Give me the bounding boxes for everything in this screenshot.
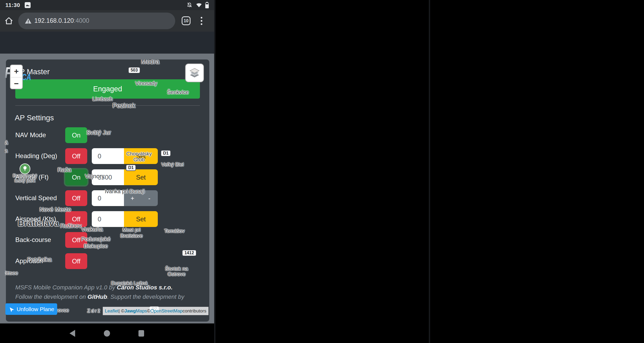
park-marker-icon xyxy=(20,163,30,174)
status-time: 11:30 xyxy=(5,2,20,8)
battery-icon xyxy=(205,2,209,8)
url-text: 192.168.0.120:4000 xyxy=(34,17,89,24)
map-label: Vrakuňa xyxy=(81,226,103,233)
map-label: Podunajské xyxy=(81,236,111,242)
map-label: Biskupice xyxy=(84,243,108,249)
nav-mode-toggle[interactable]: On xyxy=(65,127,87,143)
map-label: Most pri xyxy=(122,227,141,233)
map-label: Ružinov xyxy=(60,222,81,229)
map-label: Ostrove xyxy=(168,271,186,277)
airspeed-set-button[interactable]: Set xyxy=(124,211,158,227)
heading-label: Heading (Deg) xyxy=(15,152,57,160)
road-badge: D1 xyxy=(161,150,171,156)
altitude-set-button[interactable]: Set xyxy=(124,169,158,185)
map-label: Bratislave xyxy=(120,233,142,239)
map-label: Veľký Biel xyxy=(161,162,184,167)
android-back-button[interactable] xyxy=(69,330,75,337)
map-label: Štvrtok na xyxy=(165,266,188,272)
screen-ap: 11:30 xyxy=(0,0,215,343)
map-label: Šenkvice xyxy=(167,89,189,95)
map-label: Pezinok xyxy=(112,102,135,109)
approach-toggle[interactable]: Off xyxy=(65,253,87,269)
unfollow-plane-button[interactable]: Unfollow Plane xyxy=(5,303,57,315)
navigation-icon xyxy=(8,306,14,312)
map-label: Tomášov xyxy=(164,228,185,234)
nav-mode-label: NAV Mode xyxy=(15,131,46,139)
github-link[interactable]: GitHub xyxy=(87,293,107,300)
layers-icon xyxy=(188,67,201,79)
map-label: Bratislava xyxy=(18,218,59,228)
app-header: FS MCA Map NAV NAV Direct AP xyxy=(0,32,215,54)
map-label: Svätý Jur xyxy=(86,129,111,136)
map-label: Grob xyxy=(133,157,145,163)
android-nav-bar xyxy=(0,323,215,343)
map-label: Modra xyxy=(141,59,159,65)
map-label: Dunajská Lužná xyxy=(111,280,148,286)
map-label: Nové Mesto xyxy=(39,206,71,213)
android-recents-button[interactable] xyxy=(138,330,144,337)
map-label: á xyxy=(5,140,8,146)
tab-counter[interactable]: 10 xyxy=(182,16,191,25)
heading-input[interactable] xyxy=(92,148,124,164)
map-label: Limbach xyxy=(92,96,113,102)
map-label: Kittsee xyxy=(5,270,18,276)
road-badge: D1 xyxy=(126,165,136,171)
notifications-off-icon xyxy=(186,2,193,8)
status-icons xyxy=(186,2,209,8)
heading-toggle[interactable]: Off xyxy=(65,148,87,164)
road-badge: 503 xyxy=(128,67,140,73)
map-layers-button[interactable] xyxy=(185,64,204,82)
map-label: sovce xyxy=(56,307,69,313)
ap-settings-title: AP Settings xyxy=(15,114,54,122)
divider xyxy=(15,105,200,106)
triple-screenshot-canvas: 11:26 xyxy=(0,0,644,343)
map-label: Ivanka pri Dunaji xyxy=(105,188,145,195)
road-badge: 1412 xyxy=(182,250,196,256)
map-label: Zdrž xyxy=(87,308,101,314)
browser-toolbar: 192.168.0.120:4000 10 xyxy=(0,10,215,32)
vertical-speed-label: Vertical Speed xyxy=(15,194,57,202)
map-label: lesný park xyxy=(14,178,35,184)
warning-icon xyxy=(25,18,32,24)
map-label: a xyxy=(5,148,8,154)
zoom-in-button[interactable]: + xyxy=(10,65,22,77)
map-label: Petržalka xyxy=(27,256,52,263)
map-label: Vinosady xyxy=(135,80,157,87)
wifi-icon xyxy=(196,2,202,8)
back-course-label: Back-course xyxy=(15,236,51,244)
url-bar[interactable]: 192.168.0.120:4000 xyxy=(18,13,175,29)
status-bar: 11:30 xyxy=(0,0,215,10)
screenshot-notification-icon xyxy=(25,2,31,8)
map-zoom-control: + − xyxy=(10,65,23,89)
android-home-button[interactable] xyxy=(104,330,110,337)
menu-button[interactable] xyxy=(201,17,202,25)
map-label: Vajnory xyxy=(85,173,105,180)
map-label: Rača xyxy=(57,166,71,173)
map-attribution: Leaflet | © JawgMaps © OpenStreetMap con… xyxy=(103,307,208,315)
screenshot-divider xyxy=(429,0,430,343)
home-button[interactable] xyxy=(4,17,13,25)
map-label: Chorvátsky xyxy=(126,151,152,157)
screenshot-divider xyxy=(214,0,215,343)
airspeed-group: Set xyxy=(92,211,158,227)
vertical-speed-toggle[interactable]: Off xyxy=(65,190,87,206)
airspeed-input[interactable] xyxy=(92,211,124,227)
zoom-out-button[interactable]: − xyxy=(10,77,22,90)
